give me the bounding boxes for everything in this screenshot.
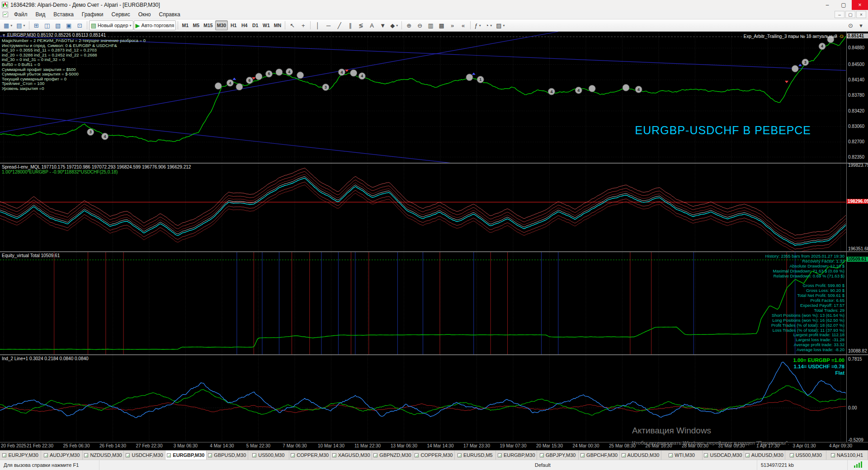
trade-marker[interactable]: 4	[338, 69, 345, 75]
price-scale-panel4[interactable]: 0.78150.00-0.5209	[846, 355, 868, 442]
terminal-button[interactable]: ▣	[64, 20, 74, 30]
chart-tab-gbpchf-m30[interactable]: GBPCHF,M30	[579, 451, 620, 460]
trade-marker[interactable]: 4	[102, 133, 108, 140]
trade-marker[interactable]: 6	[246, 77, 253, 84]
trade-marker[interactable]: 4	[819, 43, 826, 50]
chart-tab-wti-m30[interactable]: WTI,M30	[661, 451, 703, 460]
cursor-button[interactable]: ↖	[287, 20, 297, 30]
timeframe-m30-button[interactable]: M30	[215, 20, 228, 30]
trade-marker[interactable]: 4	[359, 73, 365, 80]
chart-tab-eurusd-m5[interactable]: EURUSD,M5	[455, 451, 496, 460]
trendline-button[interactable]: ╱	[334, 20, 344, 30]
trade-marker[interactable]	[466, 74, 473, 81]
trade-marker[interactable]: 4	[548, 88, 555, 95]
chart-tab-audusd-m30[interactable]: AUDUSD,M30	[620, 451, 661, 460]
trade-marker[interactable]: 3	[87, 129, 94, 136]
horizontal-line-button[interactable]: ─	[323, 20, 334, 30]
zoom-in-button[interactable]: ⊕	[404, 20, 414, 30]
ea-smiley-icon[interactable]: ☺	[839, 33, 844, 39]
periods-button[interactable]: ◔▾	[483, 20, 494, 30]
timeframe-w1-button[interactable]: W1	[261, 20, 272, 30]
navigator-button[interactable]: ▧	[53, 20, 63, 30]
trade-marker[interactable]	[215, 83, 222, 89]
close-button[interactable]: ×	[852, 0, 868, 10]
equidistant-channel-button[interactable]: ∥	[345, 20, 355, 30]
trade-marker[interactable]: 6	[265, 70, 272, 77]
trade-marker[interactable]	[792, 66, 798, 72]
trade-marker[interactable]: 3	[322, 84, 329, 91]
chart-panel-equity[interactable]: Equity_virtual Total 10509.61 History: 2…	[0, 252, 868, 354]
chart-tab-xagusd-m30[interactable]: XAGUSD,M30	[330, 451, 372, 460]
chart-tab-us500-m30[interactable]: US500,M30	[248, 451, 289, 460]
new-order-button[interactable]: ▤Новый ордер▾	[89, 20, 133, 30]
trade-marker[interactable]	[276, 69, 283, 75]
crosshair-button[interactable]: +	[298, 20, 308, 30]
chart-tab-eurgbp-m30[interactable]: EURGBP,M30	[496, 451, 537, 460]
text-button[interactable]: A	[367, 20, 377, 30]
price-scale-panel1[interactable]: 0.848800.845000.841400.837800.834200.830…	[846, 32, 868, 163]
timeframe-d1-button[interactable]: D1	[250, 20, 260, 30]
data-window-button[interactable]: ◫	[42, 20, 52, 30]
cascade-windows-button[interactable]: ▩	[436, 20, 447, 30]
timeframe-m1-button[interactable]: M1	[180, 20, 190, 30]
trade-marker[interactable]: 1	[477, 76, 484, 83]
trade-marker[interactable]: 4	[226, 80, 233, 86]
chart-shift-button[interactable]: «	[458, 20, 468, 30]
chart-tab-gbpnzd-m30[interactable]: GBPNZD,M30	[372, 451, 413, 460]
tile-windows-button[interactable]: ▥	[425, 20, 436, 30]
chart-tab-usdcad-m30[interactable]: USDCAD,M30	[703, 451, 744, 460]
minimize-button[interactable]: –	[819, 0, 835, 10]
new-chart-button[interactable]: ▦▾	[2, 20, 14, 30]
restore-button[interactable]: ▢	[835, 0, 852, 10]
menu-file[interactable]: Файл	[10, 10, 32, 19]
menu-window[interactable]: Окно	[134, 10, 155, 19]
chart-tab-nzdusd-m30[interactable]: NZDUSD,M30	[83, 451, 124, 460]
menu-charts[interactable]: Графики	[78, 10, 108, 19]
status-profile[interactable]: Default	[531, 460, 757, 470]
indicators-button[interactable]: ƒ▾	[472, 20, 483, 30]
trade-marker[interactable]: 4	[286, 68, 292, 75]
toolbar-more-button[interactable]: ▾	[856, 20, 866, 30]
trade-marker[interactable]	[623, 85, 629, 91]
chart-tab-eurjpy-m30[interactable]: EURJPY,M30	[0, 451, 41, 460]
search-button[interactable]: ⊙	[845, 20, 856, 30]
menu-tools[interactable]: Сервис	[108, 10, 134, 19]
trade-marker[interactable]: 4	[575, 87, 582, 94]
trade-marker[interactable]	[297, 72, 304, 79]
autotrade-button[interactable]: ▶Авто-торговля	[134, 20, 176, 30]
trade-marker[interactable]: 4	[635, 86, 642, 93]
price-scale-panel3[interactable]: 10088.8210509.61	[846, 252, 868, 354]
chart-tab-copper-m30[interactable]: COPPER,M30	[289, 451, 330, 460]
auto-scroll-button[interactable]: »	[447, 20, 458, 30]
chart-panel-price[interactable]: 344664344144434 ▼EURGBP,M30 0.85192 0.85…	[0, 32, 868, 163]
text-label-button[interactable]: ▼	[377, 20, 388, 30]
mdi-minimize-button[interactable]: –	[835, 11, 844, 18]
one-click-trading-arrow[interactable]: ▼	[2, 33, 6, 38]
spread-indicator-plot[interactable]	[0, 164, 846, 251]
arrows-button[interactable]: ◆▾	[388, 20, 400, 30]
menu-insert[interactable]: Вставка	[49, 10, 78, 19]
templates-button[interactable]: ▨▾	[494, 20, 506, 30]
chart-tab-us500-m30[interactable]: US500,M30	[785, 451, 826, 460]
chart-tab-audusd-m30[interactable]: AUDUSD,M30	[744, 451, 785, 460]
timeframe-m5-button[interactable]: M5	[191, 20, 201, 30]
chart-tab-usdchf-m30[interactable]: USDCHF,M30	[124, 451, 165, 460]
timeframe-m15-button[interactable]: M15	[202, 20, 214, 30]
timeframe-mn-button[interactable]: MN	[272, 20, 283, 30]
vertical-line-button[interactable]: │	[312, 20, 323, 30]
timeframe-h4-button[interactable]: H4	[239, 20, 250, 30]
trade-marker[interactable]	[255, 73, 262, 80]
zoom-out-button[interactable]: ⊖	[415, 20, 425, 30]
chart-tab-gbpusd-m30[interactable]: GBPUSD,M30	[207, 451, 248, 460]
strategy-tester-button[interactable]: ⊡	[75, 20, 85, 30]
equity-indicator-plot[interactable]	[0, 252, 846, 354]
chart-tab-nas100-h1[interactable]: NAS100,H1	[826, 451, 868, 460]
chart-tab-eurgbp-m30[interactable]: EURGBP,M30	[165, 451, 207, 460]
mdi-restore-button[interactable]: ▢	[845, 11, 855, 18]
mdi-close-button[interactable]: ×	[856, 11, 866, 18]
timeframe-h1-button[interactable]: H1	[228, 20, 239, 30]
price-scale-panel2[interactable]: 199823.75196351.68198296.05	[846, 164, 868, 251]
profiles-button[interactable]: ▤▾	[14, 20, 27, 30]
trade-marker[interactable]	[350, 70, 357, 76]
trade-marker[interactable]	[236, 84, 243, 90]
